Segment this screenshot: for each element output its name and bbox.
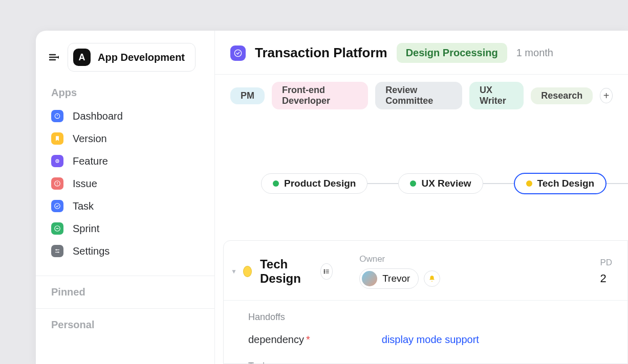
pd-label: PD xyxy=(600,258,612,268)
nav-item-label: Dashboard xyxy=(73,110,123,122)
sidebar-section-personal: Personal xyxy=(36,314,214,336)
svg-point-17 xyxy=(324,269,325,270)
pipeline-stage[interactable]: Tech Design xyxy=(514,173,607,194)
role-tag[interactable]: Research xyxy=(531,87,593,104)
nav-item-task[interactable]: Task xyxy=(43,195,207,217)
main-panel: Transaction Platform Design Processing 1… xyxy=(215,31,628,364)
svg-point-13 xyxy=(56,249,57,251)
svg-point-9 xyxy=(55,203,60,209)
sliders-icon xyxy=(51,245,63,257)
owner-chip[interactable]: Trevor xyxy=(359,268,419,289)
nav-item-dashboard[interactable]: Dashboard xyxy=(43,105,207,127)
nav-list: DashboardVersionFeatureIssueTaskSprintSe… xyxy=(36,104,214,270)
pipeline-stages: Product DesignUX ReviewTech DesignTech xyxy=(215,117,628,225)
sidebar: A App Development Apps DashboardVersionF… xyxy=(36,31,215,364)
pipeline-stage[interactable]: Product Design xyxy=(261,173,367,194)
sidebar-section-pinned: Pinned xyxy=(36,281,214,303)
svg-point-19 xyxy=(324,271,325,272)
dependency-row: dependency* display mode support xyxy=(248,334,603,346)
dependency-key: dependency* xyxy=(248,334,310,346)
owner-name: Trevor xyxy=(382,273,410,284)
stage-dot-icon xyxy=(526,180,532,187)
stage-label: UX Review xyxy=(421,178,471,189)
star-icon xyxy=(51,155,63,167)
nav-item-version[interactable]: Version xyxy=(43,127,207,150)
collapse-caret-icon[interactable]: ▼ xyxy=(231,268,237,275)
card-body: Handoffs dependency* display mode suppor… xyxy=(224,301,627,364)
nav-item-issue[interactable]: Issue xyxy=(43,172,207,195)
role-tag[interactable]: Review Committee xyxy=(375,82,462,109)
stage-card: ▼ Tech Design Owner Trevor xyxy=(223,240,628,364)
status-badge: Design Processing xyxy=(397,43,507,63)
page-title: Transaction Platform xyxy=(255,45,387,61)
pipeline-stage[interactable]: UX Review xyxy=(398,173,483,194)
role-tag[interactable]: UX Writer xyxy=(469,82,524,109)
card-header: ▼ Tech Design Owner Trevor xyxy=(224,241,627,301)
nav-item-label: Task xyxy=(73,200,94,212)
workspace-selector[interactable]: A App Development xyxy=(68,43,196,72)
svg-point-21 xyxy=(324,272,325,274)
role-tag[interactable]: PM xyxy=(230,87,265,104)
sidebar-section-apps: Apps xyxy=(36,82,214,104)
alert-icon xyxy=(51,177,63,190)
bookmark-icon xyxy=(51,132,63,145)
check-icon xyxy=(51,200,63,212)
dash-icon xyxy=(51,222,63,235)
nav-item-feature[interactable]: Feature xyxy=(43,150,207,172)
stage-label: Tech Design xyxy=(537,178,595,189)
sidebar-top: A App Development xyxy=(36,43,214,82)
workspace-avatar: A xyxy=(73,49,91,66)
nav-item-label: Feature xyxy=(73,155,108,167)
list-icon[interactable] xyxy=(320,263,333,280)
svg-point-8 xyxy=(57,185,58,186)
page-header: Transaction Platform Design Processing 1… xyxy=(215,31,628,75)
duration-label: 1 month xyxy=(516,47,553,59)
menu-collapse-icon[interactable] xyxy=(48,51,60,63)
required-asterisk: * xyxy=(306,334,310,345)
avatar xyxy=(362,271,377,286)
pd-block: PD 2 xyxy=(600,258,612,285)
workspace-name: App Development xyxy=(98,52,185,63)
svg-point-5 xyxy=(57,161,58,162)
app-frame: A App Development Apps DashboardVersionF… xyxy=(36,31,628,364)
stage-connector xyxy=(367,183,398,184)
owner-block: Owner Trevor xyxy=(359,254,440,289)
check-circle-icon xyxy=(230,46,246,61)
stage-label: Product Design xyxy=(284,178,356,189)
nav-item-label: Issue xyxy=(73,178,97,190)
sidebar-divider xyxy=(36,308,214,309)
stage-connector xyxy=(607,183,628,184)
stage-dot-icon xyxy=(410,180,416,187)
svg-point-15 xyxy=(58,252,59,253)
role-tag[interactable]: Front-end Deverloper xyxy=(272,82,368,109)
sidebar-divider xyxy=(36,276,214,276)
dashboard-icon xyxy=(51,110,63,122)
bell-icon[interactable] xyxy=(424,270,440,287)
card-title: Tech Design xyxy=(260,257,314,286)
nav-item-label: Version xyxy=(73,133,107,145)
pd-value: 2 xyxy=(600,272,612,285)
tasks-heading: Tasks xyxy=(248,361,603,364)
handoffs-heading: Handoffs xyxy=(248,312,603,323)
stage-connector xyxy=(483,183,514,184)
add-role-button[interactable]: + xyxy=(600,88,613,103)
svg-point-16 xyxy=(234,50,241,56)
nav-item-label: Sprint xyxy=(73,223,99,235)
nav-item-label: Settings xyxy=(73,245,110,257)
nav-item-settings[interactable]: Settings xyxy=(43,240,207,262)
role-tags-row: PMFront-end DeverloperReview CommitteeUX… xyxy=(215,75,628,117)
dependency-value[interactable]: display mode support xyxy=(382,334,479,346)
stage-dot-icon xyxy=(273,180,279,187)
nav-item-sprint[interactable]: Sprint xyxy=(43,217,207,240)
owner-label: Owner xyxy=(359,254,440,264)
status-dot-icon xyxy=(243,266,252,277)
